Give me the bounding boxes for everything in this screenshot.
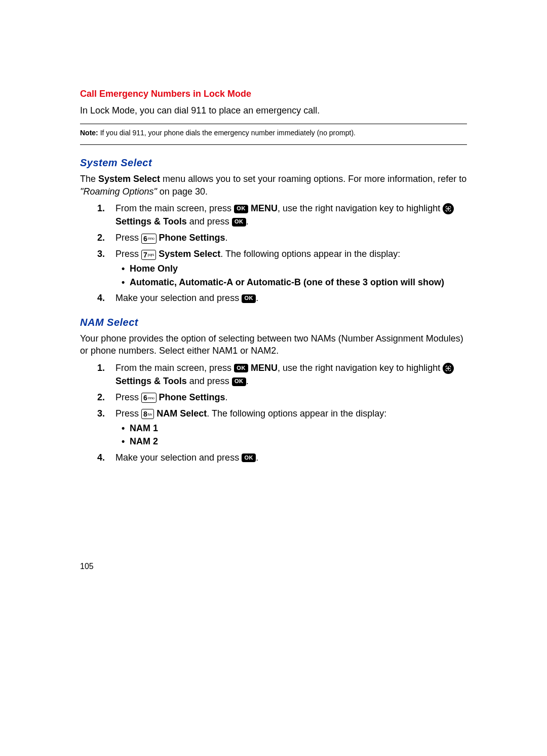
step-2: 2. Press 6mno Phone Settings. bbox=[115, 231, 467, 244]
text-nam-intro: Your phone provides the option of select… bbox=[80, 332, 467, 357]
six-key-icon: 6mno bbox=[141, 393, 157, 403]
step-3: 3. Press 7pqrs System Select. The follow… bbox=[115, 247, 467, 288]
ok-key-icon: OK bbox=[232, 218, 246, 226]
seven-key-icon: 7pqrs bbox=[141, 250, 156, 260]
text-system-select-intro: The System Select menu allows you to set… bbox=[80, 173, 467, 198]
option-nam1: NAM 1 bbox=[130, 422, 467, 434]
settings-tools-icon bbox=[443, 203, 454, 214]
step-3: 3. Press 8tuv NAM Select. The following … bbox=[115, 407, 467, 448]
ok-key-icon: OK bbox=[234, 205, 248, 213]
divider bbox=[80, 124, 467, 124]
ok-key-icon: OK bbox=[232, 377, 246, 386]
eight-key-icon: 8tuv bbox=[141, 409, 154, 419]
heading-call-emergency: Call Emergency Numbers in Lock Mode bbox=[80, 89, 467, 99]
heading-nam-select: NAM Select bbox=[80, 317, 467, 328]
ok-key-icon: OK bbox=[234, 364, 248, 372]
text-lock-mode: In Lock Mode, you can dial 911 to place … bbox=[80, 104, 467, 117]
step-2: 2. Press 6mno Phone Settings. bbox=[115, 391, 467, 404]
six-key-icon: 6mno bbox=[141, 234, 157, 244]
note-label: Note: bbox=[80, 129, 98, 137]
steps-system-select: 1. From the main screen, press OK MENU, … bbox=[80, 202, 467, 305]
option-nam2: NAM 2 bbox=[130, 435, 467, 447]
page-number: 105 bbox=[80, 562, 94, 571]
step-1: 1. From the main screen, press OK MENU, … bbox=[115, 202, 467, 228]
option-automatic: Automatic, Automatic-A or Automatic-B (o… bbox=[130, 276, 467, 288]
step-4: 4. Make your selection and press OK. bbox=[115, 451, 467, 464]
step-1: 1. From the main screen, press OK MENU, … bbox=[115, 361, 467, 388]
options-list: Home Only Automatic, Automatic-A or Auto… bbox=[115, 262, 467, 288]
option-home-only: Home Only bbox=[130, 262, 467, 275]
steps-nam-select: 1. From the main screen, press OK MENU, … bbox=[80, 361, 467, 464]
options-list: NAM 1 NAM 2 bbox=[115, 422, 467, 448]
divider bbox=[80, 144, 467, 145]
note-block: Note: If you dial 911, your phone dials … bbox=[80, 128, 467, 137]
note-text: If you dial 911, your phone dials the em… bbox=[98, 129, 356, 137]
step-4: 4. Make your selection and press OK. bbox=[115, 291, 467, 305]
ok-key-icon: OK bbox=[242, 453, 256, 462]
heading-system-select: System Select bbox=[80, 157, 467, 169]
manual-page: Call Emergency Numbers in Lock Mode In L… bbox=[0, 0, 547, 464]
ok-key-icon: OK bbox=[242, 294, 256, 303]
settings-tools-icon bbox=[443, 363, 454, 374]
